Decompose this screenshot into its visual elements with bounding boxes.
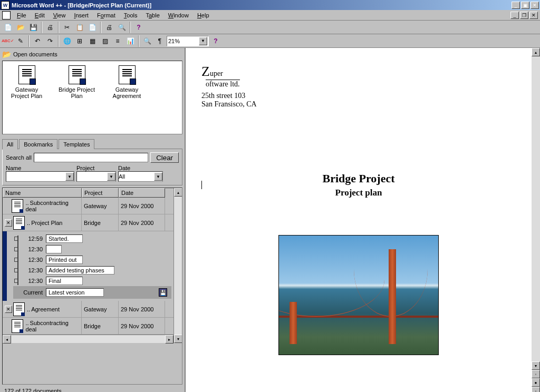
preview-button[interactable]: 🔍 [116,22,128,33]
minimize-button[interactable]: _ [512,2,520,9]
close-icon[interactable]: ✕ [5,306,12,313]
col-header-name[interactable]: Name [3,188,82,198]
menu-format[interactable]: Format [93,11,120,19]
help-button[interactable]: ? [133,22,144,33]
folder-icon: 📂 [2,50,11,58]
document-title: Bridge Project [201,172,516,185]
timeline-item[interactable]: 12:30 [13,244,171,254]
child-minimize-button[interactable]: _ [510,12,519,19]
table-button[interactable]: ⊞ [74,35,85,47]
doc-item-label: Bridge Project Plan [57,86,97,99]
drawing-button[interactable]: ▨ [99,35,111,47]
print-button[interactable]: 🖨 [44,22,56,33]
menu-help[interactable]: Help [193,11,214,19]
child-close-button[interactable]: ✕ [529,12,538,19]
scroll-up-button[interactable]: ▴ [532,48,540,56]
cut-button[interactable]: ✂ [61,22,73,33]
redo-button[interactable]: ↷ [44,35,56,47]
list-button[interactable]: ≡ [112,35,123,47]
chevron-down-icon[interactable]: ▼ [65,172,74,181]
undo-button[interactable]: ↶ [32,35,43,47]
highlight-button[interactable]: ✎ [15,35,26,47]
menu-insert[interactable]: Insert [70,11,93,19]
scroll-left-button[interactable]: ◂ [3,335,11,344]
project-filter-label: Project [76,165,116,171]
help-context-button[interactable]: ? [210,35,221,47]
timeline-item[interactable]: 12:59Started. [13,233,171,244]
scroll-up-button[interactable]: ▴ [174,188,182,197]
window-title: Microsoft Word ++ - [Bridge/Project Plan… [12,2,512,8]
prev-page-button[interactable]: ◦ [532,370,540,378]
print-button-2[interactable]: 🖨 [103,22,115,33]
tab-bookmarks[interactable]: Bookmarks [19,139,57,149]
project-filter-combo[interactable]: ▼ [76,171,116,182]
scroll-right-button[interactable]: ▸ [165,335,173,344]
scroll-down-button[interactable]: ▾ [174,335,182,343]
name-filter-combo[interactable]: ▼ [6,171,74,182]
document-page[interactable]: Zuper oftware ltd. 25th street 103 San F… [186,48,532,392]
sidebar-panel: 📂 Open documents Gateway Project Plan Br… [0,48,186,392]
horizontal-scrollbar[interactable]: ◂ ▸ [3,335,173,343]
row-project: Gateway [82,198,119,214]
row-project: Bridge [82,318,119,334]
show-marks-button[interactable]: ¶ [154,35,166,47]
vertical-scrollbar[interactable]: ▴ ▾ [173,188,182,343]
row-project: Bridge [82,214,119,231]
chevron-down-icon[interactable]: ▼ [199,37,207,45]
next-page-button[interactable]: ◦ [532,387,540,392]
search-input[interactable] [34,153,148,162]
timeline-current[interactable]: Current Latest version 💾 [13,286,171,299]
document-icon [12,319,23,333]
chevron-down-icon[interactable]: ▼ [107,172,115,181]
tab-all[interactable]: All [2,139,18,150]
list-row[interactable]: ✕ Project Plan Bridge 29 Nov 2000 [3,214,173,231]
list-row[interactable]: Subcontracting deal Gateway 29 Nov 2000 [3,198,173,214]
list-row[interactable]: ✕ Agreement Gateway 29 Nov 2000 [3,301,173,318]
timeline-item[interactable]: 12:30Added testing phases [13,265,171,276]
document-vertical-scrollbar[interactable]: ▴ ▾ ◦ ● ◦ [532,48,540,392]
timeline-item[interactable]: 12:30Final [13,276,171,286]
child-restore-button[interactable]: ❐ [520,12,528,19]
menu-file[interactable]: File [13,11,31,19]
text-cursor [201,181,202,189]
col-header-date[interactable]: Date [119,188,165,198]
paste-button[interactable]: 📄 [86,22,98,33]
date-filter-combo[interactable]: All▼ [118,171,163,182]
maximize-button[interactable]: ▣ [521,2,529,9]
zoom-value: 21% [168,38,180,44]
list-row[interactable]: Subcontracting deal Bridge 29 Nov 2000 [3,318,173,335]
copy-button[interactable]: 📋 [74,22,85,33]
row-date: 29 Nov 2000 [119,214,165,231]
save-button[interactable]: 💾 [27,22,39,33]
close-button[interactable]: ✕ [531,2,539,9]
close-icon[interactable]: ✕ [5,219,12,227]
document-icon [13,216,25,230]
open-doc-item[interactable]: Bridge Project Plan [57,65,97,130]
menu-bar: File Edit View Insert Format Tools Table… [0,10,540,21]
menu-tools[interactable]: Tools [120,11,142,19]
menu-view[interactable]: View [49,11,70,19]
spellcheck-button[interactable]: ABC✓ [2,35,14,47]
save-icon[interactable]: 💾 [159,288,167,297]
new-button[interactable]: 📄 [2,22,14,33]
open-doc-item[interactable]: Gateway Project Plan [7,65,46,130]
menu-window[interactable]: Window [164,11,193,19]
zoom-button[interactable]: 🔍 [141,35,153,47]
zoom-combo[interactable]: 21% ▼ [167,36,209,46]
clear-button[interactable]: Clear [150,152,179,163]
open-button[interactable]: 📂 [15,22,26,33]
open-doc-item[interactable]: Gateway Agreement [107,65,147,130]
document-list: Name Project Date Subcontracting deal [2,188,182,385]
row-project: Gateway [82,301,119,317]
browse-object-button[interactable]: ● [532,378,540,387]
menu-table[interactable]: Table [141,11,163,19]
timeline-item[interactable]: 12:30Printed out [13,254,171,265]
chevron-down-icon[interactable]: ▼ [154,172,162,181]
chart-button[interactable]: 📊 [124,35,136,47]
menu-edit[interactable]: Edit [31,11,49,19]
scroll-down-button[interactable]: ▾ [532,361,540,370]
col-header-project[interactable]: Project [82,188,119,198]
tab-templates[interactable]: Templates [59,139,94,149]
columns-button[interactable]: ▦ [86,35,98,47]
web-button[interactable]: 🌐 [61,35,73,47]
